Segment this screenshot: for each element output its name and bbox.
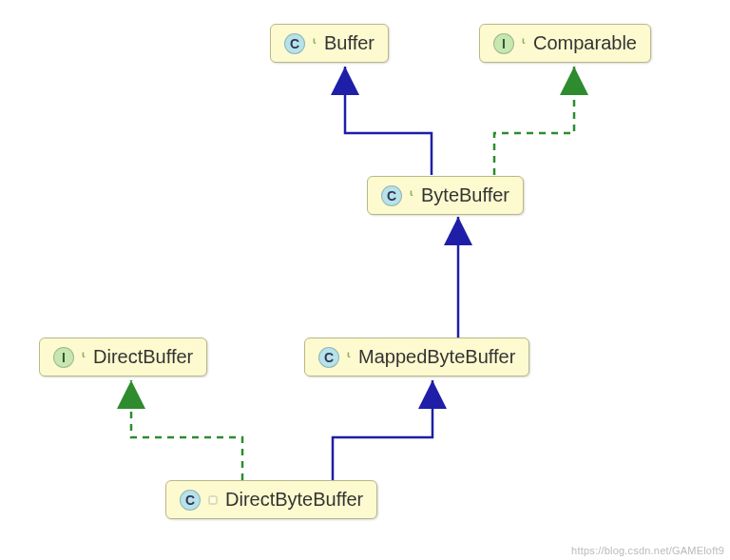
abstract-icon: ᶥ [410,186,413,204]
connectors-layer [0,0,730,560]
node-directbytebuffer: C DirectByteBuffer [165,480,377,519]
edge-directbb-directbuffer [131,380,242,480]
node-directbuffer: I ᶥ DirectBuffer [39,338,207,377]
interface-icon: I [493,33,514,54]
node-bytebuffer: C ᶥ ByteBuffer [367,176,524,215]
abstract-icon: ᶥ [347,348,351,366]
edge-bytebuffer-buffer [345,67,432,175]
class-icon: C [180,490,201,511]
class-icon: C [284,33,305,54]
class-icon: C [381,185,402,206]
abstract-icon: ᶥ [522,34,526,52]
node-label: MappedByteBuffer [358,346,515,368]
edge-bytebuffer-comparable [494,67,574,175]
node-label: DirectBuffer [93,346,193,368]
node-label: DirectByteBuffer [225,489,363,511]
package-private-icon [208,495,218,505]
node-mappedbytebuffer: C ᶥ MappedByteBuffer [304,338,529,377]
class-icon: C [318,347,339,368]
node-buffer: C ᶥ Buffer [270,24,389,63]
node-label: Comparable [533,32,637,54]
edge-directbb-mappedbb [333,380,432,480]
abstract-icon: ᶥ [82,348,86,366]
node-comparable: I ᶥ Comparable [479,24,651,63]
abstract-icon: ᶥ [313,34,317,52]
interface-icon: I [53,347,74,368]
watermark-text: https://blog.csdn.net/GAMEloft9 [571,545,724,556]
node-label: ByteBuffer [421,184,509,206]
node-label: Buffer [324,32,375,54]
